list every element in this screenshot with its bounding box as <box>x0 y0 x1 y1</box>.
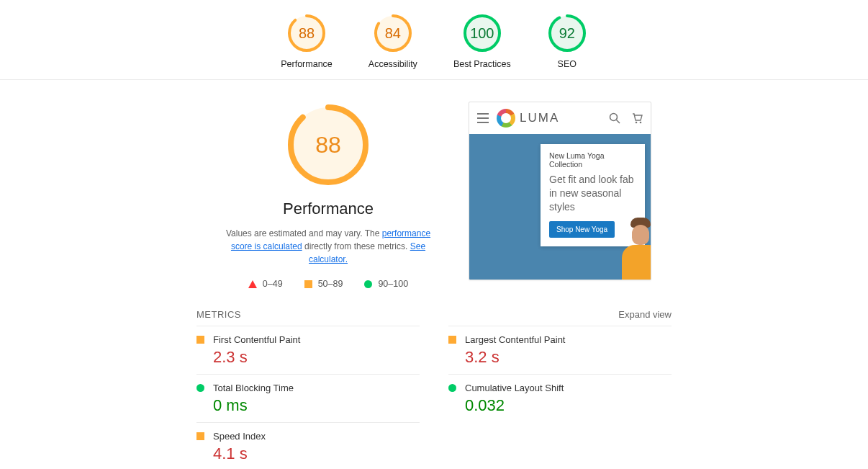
performance-description: Values are estimated and may vary. The p… <box>217 227 440 266</box>
metric-total-blocking-time[interactable]: Total Blocking Time 0 ms <box>196 374 420 422</box>
score-value: 92 <box>547 13 587 53</box>
svg-point-10 <box>610 114 618 121</box>
metric-value: 0 ms <box>213 396 420 415</box>
circle-icon <box>448 384 456 392</box>
score-label: Best Practices <box>453 59 511 69</box>
circle-icon <box>364 280 372 288</box>
score-label: SEO <box>547 59 587 69</box>
legend-label: 0–49 <box>263 279 283 289</box>
performance-detail-column: 88 Performance Values are estimated and … <box>217 102 440 289</box>
score-value: 84 <box>373 13 413 53</box>
cart-icon <box>632 112 643 124</box>
performance-gauge-large: 88 <box>285 102 371 188</box>
desc-text: Values are estimated and may vary. The <box>226 228 382 238</box>
score-value: 100 <box>462 13 502 53</box>
metric-first-contentful-paint[interactable]: First Contentful Paint 2.3 s <box>196 326 420 374</box>
legend-fail: 0–49 <box>248 279 283 289</box>
hero-cta-button: Shop New Yoga <box>549 221 615 238</box>
svg-point-11 <box>636 122 638 124</box>
square-icon <box>196 336 204 344</box>
metric-value: 0.032 <box>465 396 672 415</box>
metric-name: Largest Contentful Paint <box>465 334 565 345</box>
top-score-row: 88 Performance 84 Accessibility 100 Best… <box>0 0 868 80</box>
desc-text: directly from these metrics. <box>302 241 410 251</box>
metric-name: Speed Index <box>213 431 266 442</box>
brand-logo: LUMA <box>497 109 559 128</box>
brand-name: LUMA <box>520 111 559 125</box>
score-label: Accessibility <box>369 59 417 69</box>
circle-icon <box>196 384 204 392</box>
square-icon <box>196 432 204 440</box>
score-label: Performance <box>281 59 333 69</box>
legend-good: 90–100 <box>364 279 408 289</box>
metric-largest-contentful-paint[interactable]: Largest Contentful Paint 3.2 s <box>448 326 672 374</box>
legend-average: 50–89 <box>304 279 343 289</box>
svg-point-12 <box>640 122 642 124</box>
performance-score-value: 88 <box>285 102 371 188</box>
logo-mark-icon <box>497 109 515 128</box>
expand-view-button[interactable]: Expand view <box>618 309 672 320</box>
score-gauge-seo[interactable]: 92 SEO <box>547 13 587 69</box>
metrics-heading: METRICS <box>196 309 241 320</box>
metric-speed-index[interactable]: Speed Index 4.1 s <box>196 422 420 469</box>
legend-label: 50–89 <box>318 279 343 289</box>
metrics-grid: First Contentful Paint 2.3 s Largest Con… <box>196 326 672 469</box>
metric-value: 2.3 s <box>213 348 420 367</box>
hero-person-graphic <box>622 193 651 280</box>
hero-headline: New Luma Yoga Collection <box>549 151 636 169</box>
metric-value: 3.2 s <box>465 348 672 367</box>
metric-cumulative-layout-shift[interactable]: Cumulative Layout Shift 0.032 <box>448 374 672 422</box>
triangle-icon <box>248 280 257 288</box>
score-gauge-performance[interactable]: 88 Performance <box>281 13 333 69</box>
performance-title: Performance <box>217 200 440 218</box>
metric-name: First Contentful Paint <box>213 334 300 345</box>
metric-name: Total Blocking Time <box>213 383 294 393</box>
search-icon <box>609 112 620 124</box>
square-icon <box>304 280 312 288</box>
score-legend: 0–49 50–89 90–100 <box>217 279 440 289</box>
score-value: 88 <box>286 13 327 53</box>
metric-name: Cumulative Layout Shift <box>465 383 564 393</box>
score-gauge-best-practices[interactable]: 100 Best Practices <box>453 13 511 69</box>
page-screenshot-preview: LUMA New Luma Yoga Collection Get fit an… <box>469 102 651 280</box>
legend-label: 90–100 <box>378 279 408 289</box>
square-icon <box>448 336 456 344</box>
metric-value: 4.1 s <box>213 445 420 463</box>
hamburger-icon <box>476 112 489 125</box>
score-gauge-accessibility[interactable]: 84 Accessibility <box>369 13 417 69</box>
